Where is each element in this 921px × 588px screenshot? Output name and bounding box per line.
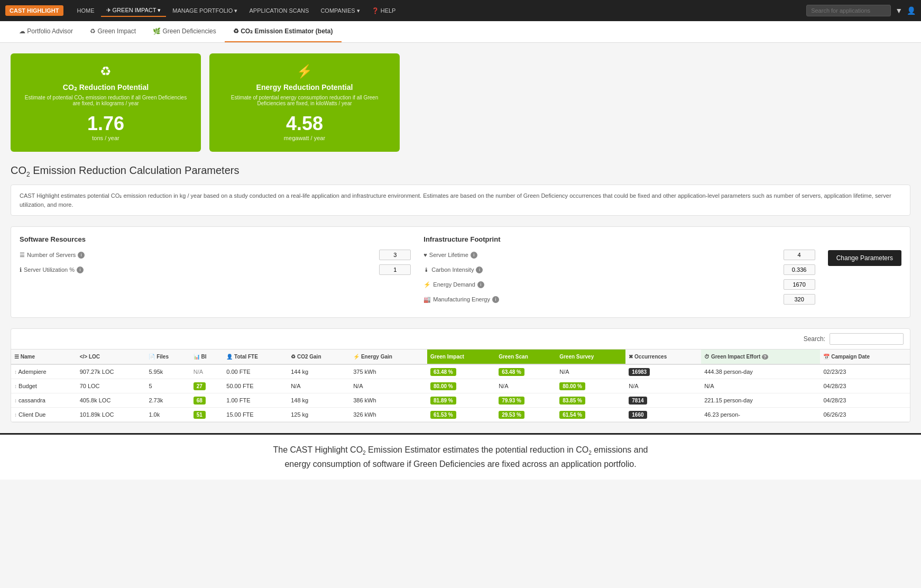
th-energy[interactable]: ⚡ Energy Gain (350, 350, 427, 365)
cell-green-survey: 80.00 % (556, 379, 625, 393)
table-row: ↕ Adempiere 907.27k LOC 5.95k N/A 0.00 F… (11, 364, 910, 379)
user-icon[interactable]: 👤 (907, 6, 916, 15)
data-table: ☰ Name </> LOC 📄 Files 📊 BI 👤 Total FTE … (11, 349, 910, 422)
nav-home[interactable]: HOME (72, 5, 100, 16)
cell-green-survey: N/A (556, 364, 625, 379)
table-body: ↕ Adempiere 907.27k LOC 5.95k N/A 0.00 F… (11, 364, 910, 422)
cell-occurrences: 7814 (625, 393, 701, 408)
th-effort[interactable]: ⏱ Green Impact Effort ? (701, 350, 820, 365)
infrastructure-title: Infrastructure Footprint (423, 235, 815, 243)
energy-card-title: Energy Reduction Potential (222, 83, 387, 91)
util-icon: ℹ (20, 267, 22, 273)
info-box: CAST Highlight estimates potential CO₂ e… (11, 185, 910, 216)
th-loc[interactable]: </> LOC (77, 350, 146, 365)
cell-loc: 101.89k LOC (77, 408, 146, 422)
cell-occurrences: 1660 (625, 408, 701, 422)
param-server-util: ℹ Server Utilization % i (20, 264, 411, 275)
tab-portfolio-advisor[interactable]: ☁ Portfolio Advisor (11, 21, 81, 42)
section-title: CO2 Emission Reduction Calculation Param… (11, 164, 910, 178)
table-row: ↕ Budget 70 LOC 5 27 50.00 FTE N/A N/A 8… (11, 379, 910, 393)
cell-loc: 70 LOC (77, 379, 146, 393)
energy-card-desc: Estimate of potential energy consumption… (222, 95, 387, 106)
cell-bi: N/A (190, 364, 224, 379)
th-green-survey[interactable]: Green Survey (556, 350, 625, 365)
bottom-banner: The CAST Highlight CO2 Emission Estimato… (0, 433, 921, 480)
th-fte[interactable]: 👤 Total FTE (223, 350, 288, 365)
energy-demand-info-icon[interactable]: i (477, 281, 484, 288)
tab-green-impact[interactable]: ♻ Green Impact (81, 21, 144, 42)
tab-green-deficiencies[interactable]: 🌿 Green Deficiencies (144, 21, 225, 42)
cell-co2: N/A (288, 379, 350, 393)
nav-green-impact[interactable]: ✈ GREEN IMPACT ▾ (101, 5, 167, 17)
manufacturing-energy-input[interactable] (784, 294, 815, 305)
cell-bi: 27 (190, 379, 224, 393)
lifetime-icon: ♥ (423, 252, 427, 258)
co2-card-unit: tons / year (23, 135, 188, 141)
cell-loc: 405.8k LOC (77, 393, 146, 408)
carbon-icon: 🌡 (423, 267, 429, 273)
cell-green-survey: 61.54 % (556, 408, 625, 422)
energy-card-value: 4.58 (222, 113, 387, 135)
mfg-icon: 🏭 (423, 296, 431, 303)
filter-icon[interactable]: ▼ (895, 6, 902, 15)
th-campaign[interactable]: 📅 Campaign Date (820, 350, 910, 365)
nav-manage-portfolio[interactable]: MANAGE PORTFOLIO ▾ (167, 5, 243, 16)
sub-header-tabs: ☁ Portfolio Advisor ♻ Green Impact 🌿 Gre… (0, 21, 921, 43)
params-row: Software Resources ☰ Number of Servers i… (20, 235, 901, 309)
server-lifetime-input[interactable] (784, 250, 815, 260)
th-green-scan[interactable]: Green Scan (495, 350, 556, 365)
th-green-impact[interactable]: Green Impact (427, 350, 495, 365)
nav-app-scans[interactable]: APPLICATION SCANS (244, 5, 314, 16)
cell-campaign: 02/23/23 (820, 364, 910, 379)
cell-bi: 51 (190, 408, 224, 422)
carbon-intensity-info-icon[interactable]: i (476, 267, 483, 273)
energy-demand-label: ⚡ Energy Demand i (423, 281, 779, 288)
cell-name: ↕ Client Due (11, 408, 77, 422)
search-input[interactable] (806, 5, 891, 16)
cell-campaign: 04/28/23 (820, 379, 910, 393)
energy-card-icon: ⚡ (222, 64, 387, 79)
co2-card-value: 1.76 (23, 113, 188, 135)
cell-effort: 221.15 person-day (701, 393, 820, 408)
cell-bi: 68 (190, 393, 224, 408)
manufacturing-energy-label: 🏭 Manufacturing Energy i (423, 296, 779, 303)
cell-green-scan: 63.48 % (495, 364, 556, 379)
energy-demand-input[interactable] (784, 279, 815, 290)
manufacturing-energy-info-icon[interactable]: i (492, 296, 499, 303)
cell-co2: 125 kg (288, 408, 350, 422)
cell-green-survey: 83.85 % (556, 393, 625, 408)
logo[interactable]: CAST HIGHLIGHT (5, 5, 63, 16)
th-name[interactable]: ☰ Name (11, 350, 77, 365)
cell-files: 5.95k (145, 364, 190, 379)
change-params-button[interactable]: Change Parameters (828, 250, 901, 266)
cell-energy: 386 kWh (350, 393, 427, 408)
cell-fte: 15.00 FTE (223, 408, 288, 422)
cell-co2: 148 kg (288, 393, 350, 408)
server-util-input[interactable] (379, 264, 411, 275)
cell-loc: 907.27k LOC (77, 364, 146, 379)
th-co2[interactable]: ♻ CO2 Gain (288, 350, 350, 365)
th-occurrences[interactable]: ✖ Occurrences (625, 350, 701, 365)
cell-green-scan: N/A (495, 379, 556, 393)
carbon-intensity-input[interactable] (784, 264, 815, 275)
software-resources-col: Software Resources ☰ Number of Servers i… (20, 235, 411, 279)
server-lifetime-info-icon[interactable]: i (471, 252, 477, 259)
table-header-row: ☰ Name </> LOC 📄 Files 📊 BI 👤 Total FTE … (11, 350, 910, 365)
num-servers-info-icon[interactable]: i (78, 252, 85, 259)
table-section: Search: ☰ Name </> LOC 📄 Files 📊 BI 👤 To… (11, 328, 910, 422)
param-manufacturing-energy: 🏭 Manufacturing Energy i (423, 294, 815, 305)
nav-companies[interactable]: COMPANIES ▾ (315, 5, 365, 16)
co2-card-icon: ♻ (23, 64, 188, 79)
table-search-row: Search: (11, 329, 910, 349)
tab-co2-estimator[interactable]: ♻ CO₂ Emission Estimator (beta) (225, 21, 342, 42)
num-servers-input[interactable] (379, 250, 411, 260)
main-content: ♻ CO₂ Reduction Potential Estimate of po… (0, 43, 921, 433)
co2-card-title: CO₂ Reduction Potential (23, 83, 188, 91)
nav-help[interactable]: ❓ HELP (366, 5, 401, 16)
infrastructure-col: Infrastructure Footprint ♥ Server Lifeti… (423, 235, 815, 309)
table-search-input[interactable] (830, 333, 904, 345)
server-util-info-icon[interactable]: i (77, 267, 84, 273)
cell-effort: 46.23 person- (701, 408, 820, 422)
th-files[interactable]: 📄 Files (145, 350, 190, 365)
th-bi[interactable]: 📊 BI (190, 350, 224, 365)
